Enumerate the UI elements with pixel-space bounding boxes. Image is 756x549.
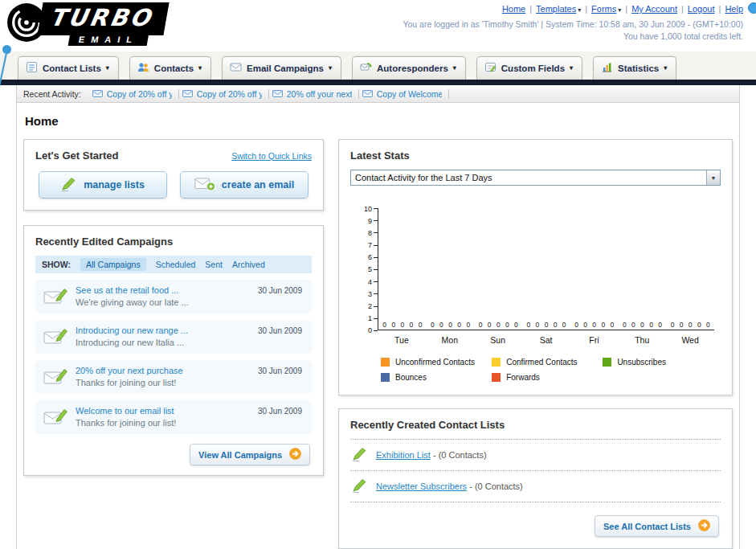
header-right: Home|Templates▾|Forms▾|My Account|Logout… [403, 4, 743, 41]
campaign-date: 30 Jun 2009 [258, 407, 302, 416]
envelope-icon [92, 89, 103, 99]
app-logo[interactable]: TURBO EMAIL [6, 2, 166, 46]
x-axis-label: Thu [618, 335, 666, 345]
left-column: Let's Get Started Switch to Quick Links … [23, 139, 324, 476]
campaign-list-item[interactable]: Welcome to our email list Thanks for joi… [35, 400, 312, 434]
legend-item: Confirmed Contacts [492, 358, 603, 367]
credits-note: You have 1,000 total credits left. [403, 31, 743, 41]
campaign-title-link[interactable]: Welcome to our email list [76, 406, 247, 416]
login-status: You are logged in as 'Timothy Smith' | S… [403, 19, 743, 29]
legend-item: Bounces [381, 373, 492, 382]
legend-label: Unconfirmed Contacts [395, 358, 475, 367]
recent-activity-label: Recent Activity: [23, 89, 81, 99]
envelope-icon [182, 89, 193, 99]
filter-all-campaigns[interactable]: All Campaigns [80, 258, 146, 271]
tab-label: Contacts [154, 64, 194, 73]
campaigns-panel: Recently Edited Campaigns SHOW: All Camp… [23, 225, 324, 476]
get-started-title: Let's Get Started [35, 150, 119, 162]
contact-list-link[interactable]: Newsletter Subscribers [376, 481, 467, 491]
stats-period-select[interactable]: Contact Activity for the Last 7 Days ▼ [350, 170, 721, 186]
recent-activity-item[interactable]: 20% off your next p [269, 89, 359, 99]
tab-custom-fields[interactable]: Custom Fields ▾ [476, 56, 582, 80]
create-email-button[interactable]: create an email [180, 171, 309, 199]
chart-value-labels: 0 0 0 0 0 [474, 321, 522, 329]
recent-activity-item[interactable]: Copy of Welcome to [359, 89, 449, 99]
arrow-circle-icon [698, 519, 710, 533]
contact-list-item[interactable]: Newsletter Subscribers - (0 Contacts) [350, 471, 721, 502]
filter-sent[interactable]: Sent [205, 260, 223, 269]
contact-lists-panel: Recently Created Contact Lists Exhibitio… [338, 408, 733, 549]
dropdown-arrow-icon: ▾ [198, 64, 202, 72]
tab-contacts[interactable]: Contacts ▾ [129, 56, 211, 80]
campaign-list-item[interactable]: Introducing our new range ... Introducin… [35, 320, 312, 354]
nav-link-my-account[interactable]: My Account [631, 4, 677, 14]
campaigns-title: Recently Edited Campaigns [35, 236, 312, 248]
nav-link-help[interactable]: Help [725, 4, 743, 14]
activity-link[interactable]: Copy of Welcome to [377, 89, 442, 99]
tab-label: Contact Lists [43, 64, 101, 73]
campaign-date: 30 Jun 2009 [258, 367, 302, 375]
filter-scheduled[interactable]: Scheduled [156, 260, 196, 269]
chart-value-labels: 0 0 0 0 0 [378, 321, 427, 329]
campaign-date: 30 Jun 2009 [258, 326, 302, 335]
pencil-icon [61, 177, 77, 194]
tab-statistics[interactable]: Statistics ▾ [593, 56, 676, 80]
switch-quick-links-link[interactable]: Switch to Quick Links [231, 151, 312, 161]
campaign-title-link[interactable]: Introducing our new range ... [76, 326, 247, 335]
nav-link-templates[interactable]: Templates▾ [536, 4, 581, 14]
y-axis-tick: 9 [357, 217, 378, 224]
dropdown-arrow-icon: ▾ [570, 64, 573, 72]
select-arrow-icon: ▼ [706, 170, 720, 185]
legend-swatch [492, 358, 501, 367]
view-all-campaigns-button[interactable]: View All Campaigns [190, 444, 310, 465]
tab-email-campaigns[interactable]: Email Campaigns ▾ [222, 56, 341, 80]
activity-link[interactable]: Copy of 20% off yo [107, 89, 172, 99]
logo-text: TURBO EMAIL [40, 2, 166, 46]
contact-list-item[interactable]: Exhibition List - (0 Contacts) [350, 440, 721, 471]
contact-list-link[interactable]: Exhibition List [376, 450, 431, 460]
campaign-envelope-pencil-icon [43, 367, 69, 389]
nav-link-home[interactable]: Home [502, 4, 525, 14]
campaign-list-item[interactable]: 20% off your next purchase Thanks for jo… [35, 360, 312, 394]
contact-lists-icon [26, 61, 38, 75]
arrow-circle-icon [289, 448, 301, 461]
manage-lists-button[interactable]: manage lists [39, 171, 167, 199]
legend-label: Bounces [395, 373, 427, 382]
campaign-list-item[interactable]: See us at the retail food ... We're givi… [35, 280, 312, 313]
separator: | [529, 4, 532, 14]
legend-item: Unconfirmed Contacts [381, 358, 492, 367]
custom-fields-icon [484, 61, 497, 75]
dropdown-arrow-icon: ▾ [106, 64, 109, 72]
see-all-contact-lists-button[interactable]: See All Contact Lists [595, 515, 719, 537]
pencil-icon [352, 447, 368, 463]
y-axis-tick: 7 [357, 242, 378, 249]
envelope-icon [362, 89, 373, 99]
chart-value-labels: 0 0 0 0 0 [427, 321, 475, 329]
recent-activity-item[interactable]: Copy of 20% off yo [179, 89, 269, 99]
envelope-plus-icon [194, 177, 215, 194]
campaign-title-link[interactable]: 20% off your next purchase [76, 366, 247, 375]
decor-dot-icon [748, 2, 756, 14]
contact-list-meta: - (0 Contacts) [469, 481, 523, 491]
nav-link-forms[interactable]: Forms▾ [591, 4, 621, 14]
tab-contact-lists[interactable]: Contact Lists ▾ [18, 56, 119, 80]
nav-link-logout[interactable]: Logout [688, 4, 715, 14]
campaign-subtitle: Thanks for joining our list! [76, 418, 247, 428]
show-label: SHOW: [42, 260, 71, 269]
legend-swatch [492, 373, 501, 382]
tab-autoresponders[interactable]: Autoresponders ▾ [352, 56, 466, 80]
select-value: Contact Activity for the Last 7 Days [355, 173, 492, 182]
application-window: TURBO EMAIL Home|Templates▾|Forms▾|My Ac… [0, 0, 756, 549]
activity-link[interactable]: 20% off your next p [287, 89, 352, 99]
chart-y-axis: 109876543210 [357, 205, 378, 334]
latest-stats-panel: Latest Stats Contact Activity for the La… [338, 139, 733, 395]
chart-value-labels: 0 0 0 0 0 [570, 321, 619, 329]
top-nav: Home|Templates▾|Forms▾|My Account|Logout… [403, 4, 743, 14]
recent-activity-item[interactable]: Copy of 20% off yo [89, 89, 179, 99]
legend-item: Unsubscribes [603, 358, 713, 367]
y-axis-tick: 4 [357, 278, 378, 285]
campaign-envelope-pencil-icon [43, 286, 69, 309]
filter-archived[interactable]: Archived [232, 260, 265, 269]
activity-link[interactable]: Copy of 20% off yo [197, 89, 262, 99]
campaign-title-link[interactable]: See us at the retail food ... [76, 285, 247, 295]
